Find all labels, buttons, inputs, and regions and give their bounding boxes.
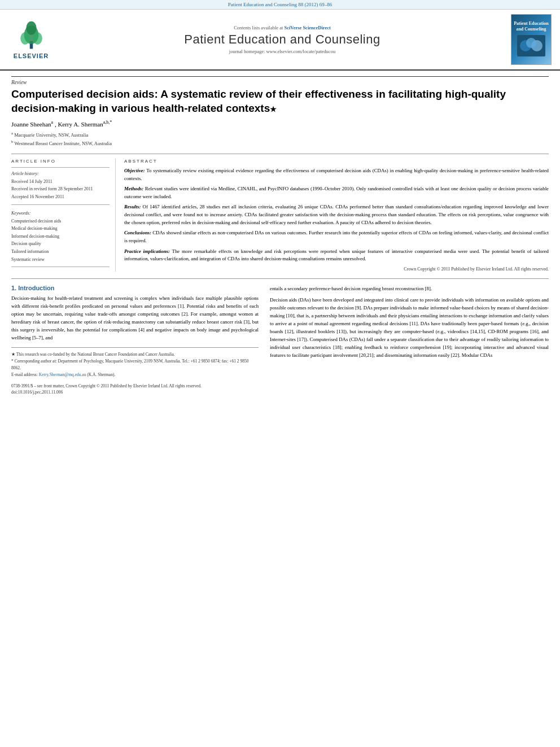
abstract-header: ABSTRACT bbox=[124, 159, 549, 164]
cover-graphic-icon bbox=[517, 35, 545, 56]
elsevier-logo: ELSEVIER bbox=[8, 20, 54, 59]
main-content: Review Computerised decision aids: A sys… bbox=[0, 71, 560, 404]
intro-para1: Decision-making for health-related treat… bbox=[11, 294, 259, 342]
svg-point-4 bbox=[26, 21, 36, 34]
practice-label: Practice implications: bbox=[124, 248, 170, 254]
article-info-column: ARTICLE INFO Article history: Received 1… bbox=[11, 159, 116, 272]
keyword6: Systematic review bbox=[11, 256, 110, 264]
svg-point-3 bbox=[33, 32, 42, 45]
abstract-objective: Objective: To systematically review exis… bbox=[124, 167, 549, 182]
email-address[interactable]: Kerry.Sherman@mq.edu.au bbox=[39, 372, 86, 377]
author2-sup: a,b,* bbox=[103, 120, 112, 125]
author1-sup: a bbox=[51, 120, 54, 125]
results-text: Of 1467 identified articles, 28 studies … bbox=[124, 204, 549, 225]
journal-main-title: Patient Education and Counseling bbox=[54, 32, 511, 47]
journal-header: ELSEVIER Contents lists available at Sci… bbox=[0, 10, 560, 71]
intro-para3: Decision aids (DAs) have been developed … bbox=[270, 296, 549, 360]
star-symbol: ★ bbox=[270, 105, 277, 113]
elsevier-name-text: ELSEVIER bbox=[14, 53, 49, 59]
doi-line: 0738-3991/$ – see front matter, Crown Co… bbox=[11, 383, 549, 396]
objective-label: Objective: bbox=[124, 168, 145, 173]
methods-label: Methods: bbox=[124, 186, 143, 191]
results-label: Results: bbox=[124, 204, 141, 209]
affiliation1: a Macquarie University, NSW, Australia bbox=[11, 130, 549, 139]
intro-section-heading: 1. Introduction bbox=[11, 285, 259, 291]
abstract-practice: Practice implications: The more remarkab… bbox=[124, 248, 549, 263]
body-content: 1. Introduction Decision-making for heal… bbox=[11, 285, 549, 378]
authors-line: Joanne Sheehana , Kerry A. Shermana,b,* bbox=[11, 120, 549, 128]
intro-para2: entails a secondary preference-based dec… bbox=[270, 285, 549, 292]
article-title-text: Computerised decision aids: A systematic… bbox=[11, 88, 506, 114]
abstract-column: ABSTRACT Objective: To systematically re… bbox=[124, 159, 549, 272]
email-person: (K.A. Sherman). bbox=[87, 372, 115, 377]
affil1-text: Macquarie University, NSW, Australia bbox=[14, 132, 88, 138]
affiliations: a Macquarie University, NSW, Australia b… bbox=[11, 130, 549, 148]
cover-title: Patient Education and Counseling bbox=[514, 21, 549, 33]
affiliation2: b Westmead Breast Cancer Institute, NSW,… bbox=[11, 139, 549, 147]
doi-text: doi:10.1016/j.pec.2011.11.006 bbox=[11, 389, 549, 395]
footnote-star: ★ This research was co-funded by the Nat… bbox=[11, 351, 259, 358]
copyright-line: Crown Copyright © 2011 Published by Else… bbox=[124, 267, 549, 272]
conclusions-text: CDAs showed similar effects as non-compu… bbox=[124, 230, 549, 243]
abstract-results: Results: Of 1467 identified articles, 28… bbox=[124, 203, 549, 226]
keyword3: Informed decision-making bbox=[11, 233, 110, 241]
footnote-corresponding: * Corresponding author at: Department of… bbox=[11, 358, 259, 372]
body-right-column: entails a secondary preference-based dec… bbox=[270, 285, 549, 378]
footnote-email: E-mail address: Kerry.Sherman@mq.edu.au … bbox=[11, 372, 259, 378]
revised-date: Received in revised form 28 September 20… bbox=[11, 185, 110, 193]
divider3 bbox=[11, 267, 110, 267]
divider1 bbox=[11, 167, 110, 168]
elsevier-tree-icon bbox=[16, 20, 47, 51]
affil1-sup: a bbox=[11, 131, 13, 136]
divider2 bbox=[11, 204, 110, 205]
keyword4: Decision quality bbox=[11, 240, 110, 248]
author2-name: , Kerry A. Sherman bbox=[55, 121, 103, 128]
journal-cover-image: Patient Education and Counseling bbox=[511, 14, 552, 65]
body-divider bbox=[11, 278, 549, 279]
accepted-date: Accepted 16 November 2011 bbox=[11, 193, 110, 201]
objective-text: To systematically review existing empiri… bbox=[124, 168, 549, 181]
review-tag: Review bbox=[11, 76, 549, 85]
keyword5: Tailored information bbox=[11, 248, 110, 256]
journal-title-block: Contents lists available at SciVerse Sci… bbox=[54, 25, 511, 54]
article-info-header: ARTICLE INFO bbox=[11, 159, 110, 164]
body-left-column: 1. Introduction Decision-making for heal… bbox=[11, 285, 259, 378]
email-label: E-mail address: bbox=[11, 372, 38, 377]
svg-point-2 bbox=[20, 32, 30, 45]
conclusions-label: Conclusions: bbox=[124, 230, 151, 235]
journal-homepage: journal homepage: www.elsevier.com/locat… bbox=[54, 49, 511, 54]
author1-name: Joanne Sheehan bbox=[11, 121, 51, 128]
affil2-text: Westmead Breast Cancer Institute, NSW, A… bbox=[14, 141, 112, 146]
issn-line: 0738-3991/$ – see front matter, Crown Co… bbox=[11, 383, 549, 389]
article-title: Computerised decision aids: A systematic… bbox=[11, 88, 549, 115]
abstract-methods: Methods: Relevant studies were identifie… bbox=[124, 185, 549, 200]
article-history-label: Article history: bbox=[11, 171, 110, 176]
svg-point-8 bbox=[526, 38, 536, 48]
abstract-conclusions: Conclusions: CDAs showed similar effects… bbox=[124, 229, 549, 244]
sciverse-line: Contents lists available at SciVerse Sci… bbox=[54, 25, 511, 30]
keywords-section: Keywords: Computerised decision aids Med… bbox=[11, 211, 110, 264]
keyword2: Medical decision-making bbox=[11, 225, 110, 233]
article-info-abstract-section: ARTICLE INFO Article history: Received 1… bbox=[11, 154, 549, 272]
received-date: Received 14 July 2011 bbox=[11, 178, 110, 186]
keywords-label: Keywords: bbox=[11, 211, 110, 216]
journal-citation-bar: Patient Education and Counseling 88 (201… bbox=[0, 0, 560, 10]
footnote-area: ★ This research was co-funded by the Nat… bbox=[11, 347, 259, 378]
practice-text: The more remarkable effects on knowledge… bbox=[124, 248, 549, 262]
keyword1: Computerised decision aids bbox=[11, 217, 110, 225]
methods-text: Relevant studies were identified via Med… bbox=[124, 186, 549, 199]
affil2-sup: b bbox=[11, 139, 14, 144]
sciverse-link[interactable]: SciVerse ScienceDirect bbox=[284, 25, 330, 30]
journal-citation-text: Patient Education and Counseling 88 (201… bbox=[228, 2, 332, 7]
